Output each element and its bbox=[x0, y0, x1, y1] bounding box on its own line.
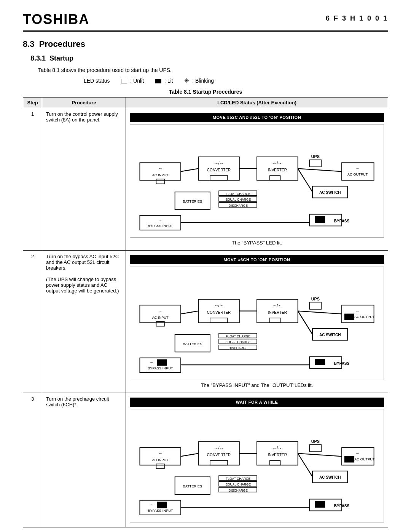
section-title: 8.3 Procedures bbox=[23, 39, 388, 49]
svg-rect-71 bbox=[315, 359, 325, 365]
svg-text:UPS: UPS bbox=[311, 154, 320, 159]
svg-text:FLOAT CHARGE: FLOAT CHARGE bbox=[226, 477, 250, 481]
step-2-diagram: MOVE #6CH TO 'ON' POSITION ～ AC INPUT bbox=[126, 250, 388, 393]
svg-text:FLOAT CHARGE: FLOAT CHARGE bbox=[226, 192, 250, 196]
svg-text:BYPASS INPUT: BYPASS INPUT bbox=[148, 366, 173, 370]
svg-rect-89 bbox=[270, 460, 280, 465]
svg-line-113 bbox=[181, 453, 198, 456]
led-status-row: LED status : Unlit : Lit ✳︎ : Blinking bbox=[84, 77, 388, 84]
svg-text:～: ～ bbox=[355, 451, 360, 455]
svg-text:EQUAL CHARGE: EQUAL CHARGE bbox=[225, 340, 251, 344]
step-3-procedure: Turn on the precharge circuit switch (6C… bbox=[42, 393, 126, 527]
svg-rect-31 bbox=[315, 217, 325, 222]
svg-text:BATTERIES: BATTERIES bbox=[183, 342, 202, 346]
step1-instruction: MOVE #52C AND #52L TO 'ON' POSITION bbox=[130, 113, 384, 122]
svg-line-75 bbox=[298, 311, 312, 335]
svg-line-33 bbox=[181, 169, 198, 172]
step2-ups-diagram: ～ AC INPUT ～/～ CONVERTER ～/～ bbox=[130, 267, 384, 380]
svg-text:～/～: ～/～ bbox=[272, 446, 282, 450]
svg-text:～: ～ bbox=[158, 217, 162, 222]
led-unlit-box bbox=[121, 79, 127, 83]
step1-svg: ～ AC INPUT ～/～ CONVERTER bbox=[134, 128, 380, 233]
svg-text:～: ～ bbox=[355, 166, 360, 171]
blink-icon: ✳︎ bbox=[184, 77, 189, 84]
step2-instruction: MOVE #6CH TO 'ON' POSITION bbox=[130, 255, 384, 264]
svg-text:BYPASS: BYPASS bbox=[334, 361, 350, 366]
svg-text:BYPASS: BYPASS bbox=[334, 504, 350, 508]
svg-text:AC SWITCH: AC SWITCH bbox=[319, 475, 341, 479]
svg-rect-51 bbox=[309, 302, 321, 309]
svg-text:INVERTER: INVERTER bbox=[268, 168, 287, 172]
table-row-1: 1 Turn on the control power supply switc… bbox=[23, 108, 388, 251]
intro-text: Table 8.1 shows the procedure used to st… bbox=[38, 67, 388, 73]
svg-rect-91 bbox=[309, 444, 321, 451]
svg-text:AC OUTPUT: AC OUTPUT bbox=[347, 173, 368, 176]
led-lit-indicator: : Lit bbox=[155, 78, 173, 84]
svg-rect-81 bbox=[156, 464, 164, 468]
step-2-number: 2 bbox=[23, 250, 42, 393]
svg-text:EQUAL CHARGE: EQUAL CHARGE bbox=[225, 482, 251, 486]
svg-text:BYPASS INPUT: BYPASS INPUT bbox=[148, 224, 173, 228]
svg-text:BATTERIES: BATTERIES bbox=[183, 484, 202, 488]
step2-caption: The "BYPASS INPUT" and The "OUTPUT"LEDs … bbox=[130, 382, 384, 388]
svg-rect-56 bbox=[345, 314, 354, 320]
svg-rect-38 bbox=[140, 305, 181, 323]
svg-text:BATTERIES: BATTERIES bbox=[183, 200, 202, 203]
svg-text:～: ～ bbox=[355, 308, 360, 313]
step2-svg: ～ AC INPUT ～/～ CONVERTER ～/～ bbox=[134, 270, 380, 375]
svg-rect-85 bbox=[210, 460, 228, 465]
svg-text:AC INPUT: AC INPUT bbox=[152, 173, 169, 177]
step3-svg: ～ AC INPUT ～/～ CONVERTER ～/～ bbox=[134, 412, 380, 518]
svg-text:～: ～ bbox=[158, 451, 162, 455]
svg-text:CONVERTER: CONVERTER bbox=[207, 453, 231, 457]
svg-line-73 bbox=[181, 311, 198, 314]
svg-text:INVERTER: INVERTER bbox=[268, 310, 287, 315]
svg-text:～: ～ bbox=[158, 308, 162, 313]
step1-ups-diagram: ～ AC INPUT ～/～ CONVERTER bbox=[130, 124, 384, 238]
svg-rect-11 bbox=[270, 176, 280, 180]
svg-text:INVERTER: INVERTER bbox=[268, 453, 287, 457]
step-1-procedure: Turn on the control power supply switch … bbox=[42, 108, 126, 251]
page-header: TOSHIBA 6 F 3 H 1 0 0 1 bbox=[23, 11, 388, 32]
svg-rect-68 bbox=[158, 359, 167, 365]
svg-text:AC SWITCH: AC SWITCH bbox=[319, 190, 341, 195]
svg-text:EQUAL CHARGE: EQUAL CHARGE bbox=[225, 198, 251, 201]
step1-caption: The "BYPASS" LED lit. bbox=[130, 240, 384, 246]
col-header-step: Step bbox=[23, 97, 42, 108]
svg-text:～/～: ～/～ bbox=[214, 161, 224, 165]
svg-rect-49 bbox=[270, 318, 280, 323]
svg-rect-41 bbox=[156, 321, 164, 326]
led-status-label: LED status bbox=[84, 78, 110, 84]
svg-text:DISCHARGE: DISCHARGE bbox=[229, 488, 248, 492]
svg-text:AC INPUT: AC INPUT bbox=[152, 458, 169, 462]
svg-text:～: ～ bbox=[150, 360, 154, 364]
step3-ups-diagram: ～ AC INPUT ～/～ CONVERTER ～/～ bbox=[130, 409, 384, 522]
svg-text:AC INPUT: AC INPUT bbox=[152, 315, 169, 319]
svg-text:DISCHARGE: DISCHARGE bbox=[229, 346, 248, 350]
col-header-lcd: LCD/LED Status (After Execution) bbox=[126, 97, 388, 108]
step3-instruction: WAIT FOR A WHILE bbox=[130, 398, 384, 407]
table-row-2: 2 Turn on the bypass AC input 52C and th… bbox=[23, 250, 388, 393]
led-blink-indicator: ✳︎ : Blinking bbox=[184, 77, 214, 84]
led-unlit-indicator: : Unlit bbox=[121, 78, 144, 84]
table-caption: Table 8.1 Startup Procedures bbox=[23, 89, 388, 95]
svg-rect-16 bbox=[342, 163, 374, 180]
svg-rect-111 bbox=[315, 501, 325, 507]
svg-text:CONVERTER: CONVERTER bbox=[207, 168, 231, 172]
svg-text:CONVERTER: CONVERTER bbox=[207, 310, 231, 315]
col-header-procedure: Procedure bbox=[42, 97, 126, 108]
svg-rect-108 bbox=[158, 502, 167, 508]
svg-text:～/～: ～/～ bbox=[272, 161, 282, 165]
svg-rect-96 bbox=[345, 456, 354, 462]
step-1-diagram: MOVE #52C AND #52L TO 'ON' POSITION ～ AC… bbox=[126, 108, 388, 251]
svg-rect-7 bbox=[210, 176, 228, 180]
step-2-procedure: Turn on the bypass AC input 52C and the … bbox=[42, 250, 126, 393]
svg-line-35 bbox=[298, 169, 312, 192]
svg-text:FLOAT CHARGE: FLOAT CHARGE bbox=[226, 334, 250, 338]
svg-text:～/～: ～/～ bbox=[272, 303, 282, 308]
step-3-diagram: WAIT FOR A WHILE ～ AC INPUT ～/～ bbox=[126, 393, 388, 527]
svg-text:AC OUTPUT: AC OUTPUT bbox=[354, 315, 375, 319]
svg-rect-45 bbox=[210, 318, 228, 323]
startup-procedures-table: Step Procedure LCD/LED Status (After Exe… bbox=[23, 97, 388, 527]
step-1-number: 1 bbox=[23, 108, 42, 251]
